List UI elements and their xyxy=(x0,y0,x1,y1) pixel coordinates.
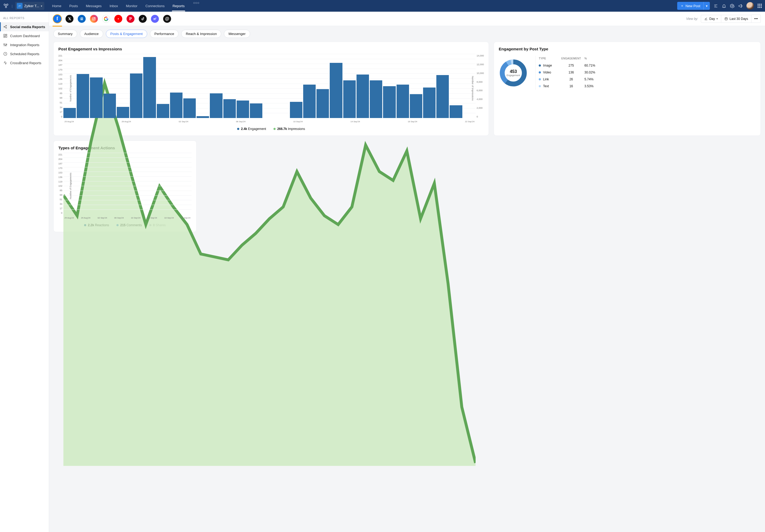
sidebar-item-label: Social media Reports xyxy=(10,25,45,29)
new-post-label: New Post xyxy=(685,4,700,8)
brand-badge-icon: ZT xyxy=(17,3,23,9)
svg-rect-7 xyxy=(4,34,5,36)
svg-rect-10 xyxy=(4,37,5,37)
sidebar: ALL REPORTS Social media Reports Custom … xyxy=(0,12,49,532)
channel-google[interactable] xyxy=(102,15,110,23)
view-by-value: Day xyxy=(709,17,715,21)
new-post-dropdown[interactable]: ▾ xyxy=(703,2,710,10)
nav-messages[interactable]: Messages xyxy=(85,1,102,11)
user-avatar[interactable] xyxy=(746,2,754,10)
date-range-value: Last 30 Days xyxy=(729,17,748,21)
sidebar-title: ALL REPORTS xyxy=(0,15,49,22)
donut-total-label: Engagement xyxy=(507,74,520,77)
clock-icon xyxy=(3,52,7,56)
table-head-pct: % xyxy=(584,57,603,60)
tab-reach-impression[interactable]: Reach & Impression xyxy=(181,30,221,38)
nav-more-icon[interactable]: ○○○ xyxy=(192,1,201,11)
table-head-type: TYPE xyxy=(535,57,558,60)
sidebar-item-crossbrand-reports[interactable]: CrossBrand Reports xyxy=(0,58,49,67)
channel-linkedin[interactable]: in xyxy=(78,15,86,23)
chart-line-icon xyxy=(704,17,708,20)
date-range-selector[interactable]: Last 30 Days xyxy=(721,15,751,23)
nav-reports[interactable]: Reports xyxy=(172,1,185,11)
chevron-down-icon: ▾ xyxy=(706,4,708,8)
brand-switcher[interactable]: ZT Zylker T... ▾ xyxy=(15,2,44,10)
new-post-button[interactable]: ＋ New Post xyxy=(677,2,703,10)
plus-icon: ＋ xyxy=(680,3,684,8)
engagement-bars xyxy=(63,54,475,118)
channel-toolbar: f 𝕏 in P ㎡ @ View by: Day ▾ xyxy=(49,12,765,26)
sidebar-item-social-media-reports[interactable]: Social media Reports xyxy=(0,22,49,31)
chart-engagement-actions: Number of Engagements 221204187170153136… xyxy=(58,153,192,219)
card-engagement-vs-impressions: Post Engagement vs Impressions Number of… xyxy=(53,42,489,136)
bell-icon[interactable] xyxy=(722,4,726,8)
sidebar-item-integration-reports[interactable]: Integration Reports xyxy=(0,40,49,49)
tab-messenger[interactable]: Messenger xyxy=(224,30,250,38)
tab-summary[interactable]: Summary xyxy=(53,30,77,38)
sidebar-item-scheduled-reports[interactable]: Scheduled Reports xyxy=(0,49,49,58)
svg-point-2 xyxy=(5,6,7,8)
x-axis: 25 Aug'2429 Aug'2402 Sep'2406 Sep'2410 S… xyxy=(63,217,192,219)
chevron-down-icon: ▾ xyxy=(41,5,42,7)
share-icon xyxy=(3,25,7,29)
apps-grid-icon[interactable] xyxy=(758,4,762,8)
channel-tiktok[interactable] xyxy=(139,15,147,23)
svg-rect-20 xyxy=(725,18,727,20)
view-by-label: View by: xyxy=(686,17,701,21)
nav-monitor[interactable]: Monitor xyxy=(126,1,138,11)
view-by-selector[interactable]: Day ▾ xyxy=(701,15,721,23)
channel-x[interactable]: 𝕏 xyxy=(66,15,74,23)
donut-chart: 453 Engagement xyxy=(499,58,528,88)
table-row: Video13630.02% xyxy=(535,69,603,76)
svg-rect-9 xyxy=(6,36,7,37)
x-axis: 25 Aug'2429 Aug'2402 Sep'2406 Sep'2410 S… xyxy=(63,120,475,123)
megaphone-icon[interactable] xyxy=(738,4,743,8)
ellipsis-icon: ••• xyxy=(754,17,758,21)
nav-inbox[interactable]: Inbox xyxy=(109,1,119,11)
sidebar-item-label: Integration Reports xyxy=(10,43,40,47)
nav-posts[interactable]: Posts xyxy=(69,1,79,11)
nav-home[interactable]: Home xyxy=(52,1,62,11)
card-title: Engagement by Post Type xyxy=(499,47,756,51)
channel-facebook[interactable]: f xyxy=(53,15,61,23)
chevron-down-icon: ▾ xyxy=(716,17,718,20)
post-type-table: TYPE ENGAGEMENT % Image27560.71%Video136… xyxy=(535,56,603,90)
y-axis-left: 22120418717015313611910285685134170 xyxy=(58,54,63,123)
table-row: Link265.74% xyxy=(535,76,603,83)
svg-point-18 xyxy=(93,18,94,19)
sidebar-item-custom-dashboard[interactable]: Custom Dashboard xyxy=(0,31,49,40)
sidebar-item-label: Custom Dashboard xyxy=(10,34,40,38)
table-row: Image27560.71% xyxy=(535,62,603,69)
channel-youtube[interactable] xyxy=(114,15,122,23)
donut-total: 453 xyxy=(510,69,517,74)
channel-mastodon[interactable]: ㎡ xyxy=(151,15,159,23)
tab-performance[interactable]: Performance xyxy=(150,30,179,38)
activity-icon xyxy=(3,61,7,65)
toolbar-more-button[interactable]: ••• xyxy=(751,15,761,23)
channel-pinterest[interactable]: P xyxy=(127,15,135,23)
nav-connections[interactable]: Connections xyxy=(145,1,165,11)
tab-audience[interactable]: Audience xyxy=(80,30,103,38)
brand-name: Zylker T... xyxy=(24,4,39,8)
channel-instagram[interactable] xyxy=(90,15,98,23)
panel-toggle-icon[interactable] xyxy=(714,4,718,8)
sliders-icon xyxy=(3,43,7,47)
chart-engagement-vs-impressions: Number of Engagements 221204187170153136… xyxy=(58,54,484,123)
dashboard-icon xyxy=(3,34,7,38)
svg-rect-8 xyxy=(6,34,7,35)
svg-point-19 xyxy=(95,18,95,18)
y-axis-left: 22120418717015313611910285685134170 xyxy=(58,153,63,219)
table-row: Text163.53% xyxy=(535,83,603,90)
calendar-icon xyxy=(724,17,728,20)
y-axis-right: 14,00012,00010,0008,0006,0004,0002,0000 xyxy=(475,54,484,123)
report-tabs: Summary Audience Posts & Engagement Perf… xyxy=(49,26,765,42)
card-title: Post Engagement vs Impressions xyxy=(58,47,484,51)
sidebar-item-label: Scheduled Reports xyxy=(10,52,40,56)
gear-icon[interactable] xyxy=(730,4,734,8)
table-head-engagement: ENGAGEMENT xyxy=(558,57,584,60)
action-bars xyxy=(63,153,192,214)
tab-posts-engagement[interactable]: Posts & Engagement xyxy=(106,30,147,38)
channel-threads[interactable]: @ xyxy=(163,15,171,23)
app-header: | ZT Zylker T... ▾ Home Posts Messages I… xyxy=(0,0,765,12)
main-nav: Home Posts Messages Inbox Monitor Connec… xyxy=(52,1,677,11)
